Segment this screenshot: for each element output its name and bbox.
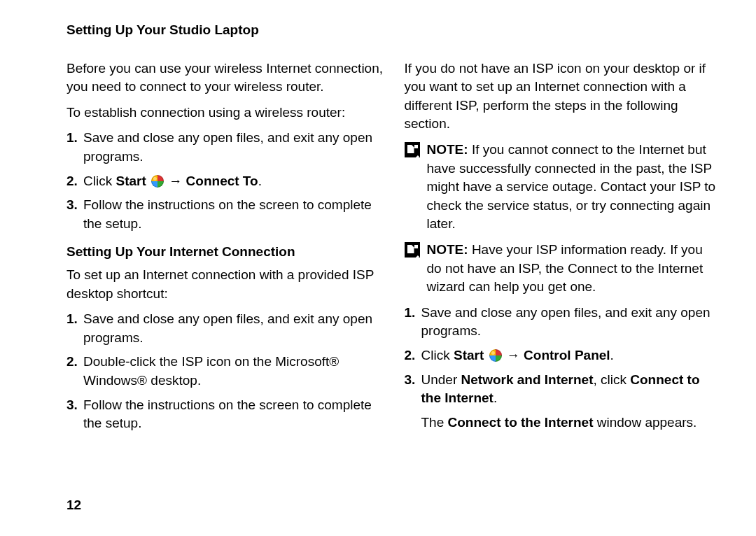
list-item: 3. Under Network and Internet, click Con…	[405, 371, 722, 408]
note-text: NOTE: If you cannot connect to the Inter…	[427, 141, 722, 234]
page-header: Setting Up Your Studio Laptop	[66, 21, 721, 40]
step-text: Follow the instructions on the screen to…	[83, 197, 372, 231]
result-text: The	[421, 415, 448, 430]
step-text: Click	[83, 174, 115, 188]
list-item: 1. Save and close any open files, and ex…	[405, 304, 722, 341]
establish-paragraph: To establish connection using a wireless…	[66, 104, 384, 122]
step-number: 3.	[66, 396, 78, 415]
windows-start-icon	[489, 349, 502, 362]
step-number: 1.	[66, 129, 78, 148]
list-item: 3. Follow the instructions on the screen…	[66, 396, 384, 433]
step-number: 2.	[66, 172, 78, 191]
spacer	[484, 348, 487, 362]
step-text: Save and close any open files, and exit …	[83, 130, 372, 164]
isp-steps-list: 1. Save and close any open files, and ex…	[66, 310, 384, 433]
windows-start-icon	[151, 175, 164, 188]
start-label: Start	[115, 174, 146, 188]
list-item: 2. Double-click the ISP icon on the Micr…	[66, 353, 384, 390]
note-body: If you cannot connect to the Internet bu…	[427, 142, 716, 231]
list-item: 3. Follow the instructions on the screen…	[66, 196, 384, 233]
step-text: Double-click the ISP icon on the Microso…	[83, 354, 339, 388]
page-number: 12	[66, 496, 81, 515]
spacer	[146, 174, 150, 188]
content-columns: Before you can use your wireless Interne…	[66, 59, 721, 439]
step-text: Save and close any open files, and exit …	[83, 311, 372, 345]
period: .	[610, 348, 614, 362]
step-number: 1.	[66, 310, 78, 329]
wireless-steps-list: 1. Save and close any open files, and ex…	[66, 129, 384, 233]
note-block: NOTE: If you cannot connect to the Inter…	[405, 141, 722, 234]
list-item: 1. Save and close any open files, and ex…	[66, 310, 384, 347]
intro-paragraph: Before you can use your wireless Interne…	[66, 59, 384, 97]
step-number: 2.	[66, 353, 78, 372]
start-label: Start	[454, 348, 484, 362]
period: .	[258, 174, 262, 188]
result-text: window appears.	[593, 415, 696, 430]
network-internet-label: Network and Internet	[461, 372, 594, 387]
step-text: Under	[421, 372, 461, 387]
setup-steps-list: 1. Save and close any open files, and ex…	[405, 304, 722, 408]
intro-paragraph: If you do not have an ISP icon on your d…	[405, 59, 722, 134]
right-column: If you do not have an ISP icon on your d…	[405, 59, 722, 439]
connect-window-label: Connect to the Internet	[448, 415, 594, 430]
list-item: 2. Click Start → Connect To.	[66, 172, 384, 191]
left-column: Before you can use your wireless Interne…	[66, 59, 384, 439]
step-text: , click	[594, 372, 631, 387]
note-icon	[405, 142, 420, 157]
step-number: 2.	[405, 346, 416, 365]
period: .	[493, 390, 497, 405]
note-label: NOTE:	[427, 242, 468, 257]
step-number: 3.	[405, 371, 416, 390]
setup-paragraph: To set up an Internet connection with a …	[66, 266, 384, 303]
list-item: 1. Save and close any open files, and ex…	[66, 129, 384, 166]
step-text: Click	[421, 348, 454, 362]
subsection-heading: Setting Up Your Internet Connection	[66, 243, 384, 262]
result-paragraph: The Connect to the Internet window appea…	[405, 414, 722, 432]
note-icon	[405, 242, 420, 258]
step-text: Follow the instructions on the screen to…	[83, 397, 372, 431]
step-number: 3.	[66, 196, 78, 215]
note-body: Have your ISP information ready. If you …	[427, 242, 704, 294]
list-item: 2. Click Start → Control Panel.	[405, 346, 722, 365]
note-block: NOTE: Have your ISP information ready. I…	[405, 241, 722, 297]
control-panel-label: → Control Panel	[503, 348, 610, 362]
step-text: Save and close any open files, and exit …	[421, 305, 710, 339]
note-label: NOTE:	[427, 142, 468, 157]
connect-to-label: → Connect To	[165, 174, 258, 188]
step-number: 1.	[405, 304, 416, 323]
note-text: NOTE: Have your ISP information ready. I…	[427, 241, 722, 297]
